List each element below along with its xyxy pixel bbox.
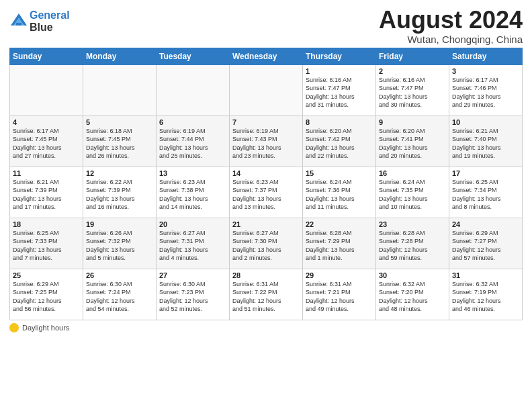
calendar-cell: 6Sunrise: 6:19 AM Sunset: 7:44 PM Daylig…	[157, 116, 230, 167]
calendar-cell: 26Sunrise: 6:30 AM Sunset: 7:24 PM Dayli…	[83, 269, 157, 320]
calendar-cell: 5Sunrise: 6:18 AM Sunset: 7:45 PM Daylig…	[83, 116, 157, 167]
day-info: Sunrise: 6:19 AM Sunset: 7:43 PM Dayligh…	[232, 127, 300, 161]
page-container: General Blue August 2024 Wutan, Chongqin…	[0, 0, 532, 336]
calendar-cell	[83, 64, 157, 116]
day-number: 25	[13, 271, 80, 279]
day-info: Sunrise: 6:17 AM Sunset: 7:45 PM Dayligh…	[13, 127, 80, 161]
calendar-cell: 11Sunrise: 6:21 AM Sunset: 7:39 PM Dayli…	[10, 167, 83, 218]
title-block: August 2024 Wutan, Chongqing, China	[379, 7, 523, 45]
weekday-header-row: SundayMondayTuesdayWednesdayThursdayFrid…	[10, 48, 523, 64]
calendar-cell: 8Sunrise: 6:20 AM Sunset: 7:42 PM Daylig…	[303, 116, 376, 167]
day-number: 20	[159, 220, 226, 228]
calendar-cell: 10Sunrise: 6:21 AM Sunset: 7:40 PM Dayli…	[449, 116, 523, 167]
calendar-cell: 1Sunrise: 6:16 AM Sunset: 7:47 PM Daylig…	[303, 64, 376, 116]
day-number: 31	[452, 271, 519, 279]
day-info: Sunrise: 6:29 AM Sunset: 7:27 PM Dayligh…	[452, 229, 519, 263]
day-number: 24	[452, 220, 519, 228]
calendar-table: SundayMondayTuesdayWednesdayThursdayFrid…	[9, 48, 523, 320]
calendar-cell: 20Sunrise: 6:27 AM Sunset: 7:31 PM Dayli…	[157, 218, 230, 269]
day-info: Sunrise: 6:18 AM Sunset: 7:45 PM Dayligh…	[86, 127, 153, 161]
calendar-week-5: 25Sunrise: 6:29 AM Sunset: 7:25 PM Dayli…	[10, 269, 523, 320]
day-number: 9	[379, 118, 446, 126]
day-info: Sunrise: 6:16 AM Sunset: 7:47 PM Dayligh…	[379, 76, 446, 109]
day-info: Sunrise: 6:26 AM Sunset: 7:32 PM Dayligh…	[86, 229, 153, 263]
location-title: Wutan, Chongqing, China	[379, 34, 523, 45]
legend-label: Daylight hours	[22, 324, 69, 332]
day-number: 26	[86, 271, 153, 279]
logo-line2: Blue	[30, 21, 70, 34]
day-info: Sunrise: 6:28 AM Sunset: 7:29 PM Dayligh…	[306, 229, 373, 263]
calendar-cell: 9Sunrise: 6:20 AM Sunset: 7:41 PM Daylig…	[376, 116, 449, 167]
weekday-saturday: Saturday	[449, 48, 523, 64]
day-info: Sunrise: 6:30 AM Sunset: 7:23 PM Dayligh…	[159, 280, 226, 314]
day-info: Sunrise: 6:32 AM Sunset: 7:19 PM Dayligh…	[452, 280, 519, 314]
day-number: 30	[379, 271, 446, 279]
day-info: Sunrise: 6:27 AM Sunset: 7:30 PM Dayligh…	[232, 229, 300, 263]
day-info: Sunrise: 6:25 AM Sunset: 7:33 PM Dayligh…	[13, 229, 80, 263]
calendar-cell: 14Sunrise: 6:23 AM Sunset: 7:37 PM Dayli…	[230, 167, 303, 218]
day-info: Sunrise: 6:20 AM Sunset: 7:42 PM Dayligh…	[306, 127, 373, 161]
day-number: 14	[232, 169, 300, 177]
day-info: Sunrise: 6:24 AM Sunset: 7:36 PM Dayligh…	[306, 178, 373, 212]
logo-line1: General	[30, 9, 70, 21]
day-number: 16	[379, 169, 446, 177]
day-number: 22	[306, 220, 373, 228]
svg-rect-2	[16, 23, 21, 26]
calendar-week-4: 18Sunrise: 6:25 AM Sunset: 7:33 PM Dayli…	[10, 218, 523, 269]
calendar-cell: 15Sunrise: 6:24 AM Sunset: 7:36 PM Dayli…	[303, 167, 376, 218]
day-info: Sunrise: 6:23 AM Sunset: 7:37 PM Dayligh…	[232, 178, 300, 212]
calendar-cell: 23Sunrise: 6:28 AM Sunset: 7:28 PM Dayli…	[376, 218, 449, 269]
day-number: 18	[13, 220, 80, 228]
calendar-cell	[157, 64, 230, 116]
weekday-friday: Friday	[376, 48, 449, 64]
day-info: Sunrise: 6:27 AM Sunset: 7:31 PM Dayligh…	[159, 229, 226, 263]
day-number: 17	[452, 169, 519, 177]
calendar-week-2: 4Sunrise: 6:17 AM Sunset: 7:45 PM Daylig…	[10, 116, 523, 167]
weekday-wednesday: Wednesday	[230, 48, 303, 64]
calendar-cell: 18Sunrise: 6:25 AM Sunset: 7:33 PM Dayli…	[10, 218, 83, 269]
calendar-week-1: 1Sunrise: 6:16 AM Sunset: 7:47 PM Daylig…	[10, 64, 523, 116]
day-info: Sunrise: 6:21 AM Sunset: 7:40 PM Dayligh…	[452, 127, 519, 161]
calendar-cell: 27Sunrise: 6:30 AM Sunset: 7:23 PM Dayli…	[157, 269, 230, 320]
legend-icon	[9, 323, 19, 332]
day-info: Sunrise: 6:24 AM Sunset: 7:35 PM Dayligh…	[379, 178, 446, 212]
calendar-header: SundayMondayTuesdayWednesdayThursdayFrid…	[10, 48, 523, 64]
day-number: 21	[232, 220, 300, 228]
calendar-cell: 30Sunrise: 6:32 AM Sunset: 7:20 PM Dayli…	[376, 269, 449, 320]
day-number: 23	[379, 220, 446, 228]
day-info: Sunrise: 6:31 AM Sunset: 7:22 PM Dayligh…	[232, 280, 300, 314]
calendar-cell: 3Sunrise: 6:17 AM Sunset: 7:46 PM Daylig…	[449, 64, 523, 116]
day-info: Sunrise: 6:29 AM Sunset: 7:25 PM Dayligh…	[13, 280, 80, 314]
calendar-cell: 7Sunrise: 6:19 AM Sunset: 7:43 PM Daylig…	[230, 116, 303, 167]
month-title: August 2024	[379, 7, 523, 34]
day-info: Sunrise: 6:28 AM Sunset: 7:28 PM Dayligh…	[379, 229, 446, 263]
logo-text: General Blue	[30, 9, 70, 33]
weekday-monday: Monday	[83, 48, 157, 64]
calendar-cell: 24Sunrise: 6:29 AM Sunset: 7:27 PM Dayli…	[449, 218, 523, 269]
day-number: 3	[452, 67, 519, 75]
legend: Daylight hours	[9, 323, 523, 332]
calendar-cell: 21Sunrise: 6:27 AM Sunset: 7:30 PM Dayli…	[230, 218, 303, 269]
calendar-cell: 16Sunrise: 6:24 AM Sunset: 7:35 PM Dayli…	[376, 167, 449, 218]
calendar-cell	[230, 64, 303, 116]
day-number: 13	[159, 169, 226, 177]
calendar-cell: 31Sunrise: 6:32 AM Sunset: 7:19 PM Dayli…	[449, 269, 523, 320]
calendar-cell: 22Sunrise: 6:28 AM Sunset: 7:29 PM Dayli…	[303, 218, 376, 269]
calendar-cell: 17Sunrise: 6:25 AM Sunset: 7:34 PM Dayli…	[449, 167, 523, 218]
weekday-thursday: Thursday	[303, 48, 376, 64]
day-info: Sunrise: 6:30 AM Sunset: 7:24 PM Dayligh…	[86, 280, 153, 314]
day-number: 6	[159, 118, 226, 126]
day-info: Sunrise: 6:22 AM Sunset: 7:39 PM Dayligh…	[86, 178, 153, 212]
header: General Blue August 2024 Wutan, Chongqin…	[9, 7, 523, 45]
calendar-cell: 29Sunrise: 6:31 AM Sunset: 7:21 PM Dayli…	[303, 269, 376, 320]
calendar-cell: 13Sunrise: 6:23 AM Sunset: 7:38 PM Dayli…	[157, 167, 230, 218]
calendar-cell: 25Sunrise: 6:29 AM Sunset: 7:25 PM Dayli…	[10, 269, 83, 320]
day-number: 29	[306, 271, 373, 279]
calendar-cell: 28Sunrise: 6:31 AM Sunset: 7:22 PM Dayli…	[230, 269, 303, 320]
day-number: 2	[379, 67, 446, 75]
day-number: 4	[13, 118, 80, 126]
day-info: Sunrise: 6:21 AM Sunset: 7:39 PM Dayligh…	[13, 178, 80, 212]
day-info: Sunrise: 6:31 AM Sunset: 7:21 PM Dayligh…	[306, 280, 373, 314]
day-number: 12	[86, 169, 153, 177]
day-number: 1	[306, 67, 373, 75]
